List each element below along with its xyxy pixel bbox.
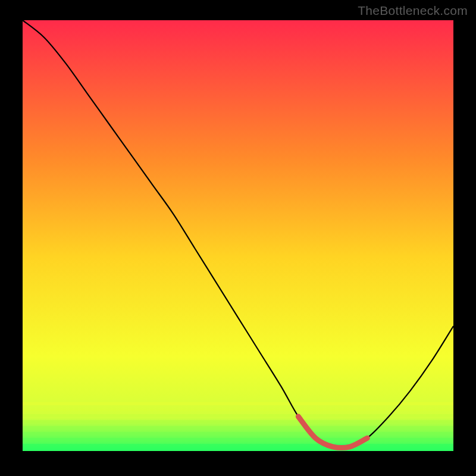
svg-rect-0 [23, 402, 453, 405]
bottleneck-chart-svg [23, 20, 453, 451]
svg-rect-7 [23, 444, 453, 451]
svg-rect-1 [23, 408, 453, 411]
plot-area [23, 20, 453, 451]
gradient-background [23, 20, 453, 451]
svg-rect-5 [23, 432, 453, 435]
watermark-text: TheBottleneck.com [358, 4, 468, 18]
svg-rect-3 [23, 420, 453, 423]
svg-rect-6 [23, 438, 453, 441]
svg-rect-4 [23, 426, 453, 429]
chart-frame: TheBottleneck.com [0, 0, 476, 476]
